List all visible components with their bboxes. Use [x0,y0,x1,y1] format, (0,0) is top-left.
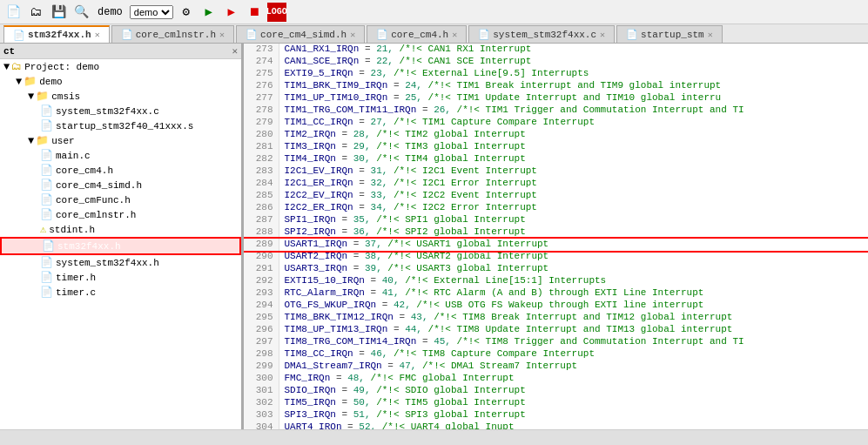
tree-label: demo [39,77,62,87]
line-number: 300 [244,373,279,385]
line-code[interactable]: TIM3_IRQn = 29, /*!< TIM3 global Interru… [279,141,868,153]
table-row: 300 FMC_IRQn = 48, /*!< FMC global Inter… [244,373,868,385]
line-number: 278 [244,105,279,117]
line-code[interactable]: SPI3_IRQn = 51, /*!< SPI3 global Interru… [279,409,868,421]
code-identifier: TIM8_CC_IRQn [285,348,353,359]
tab-core-cm4[interactable]: 📄 core_cm4.h ✕ [367,25,467,43]
line-number: 303 [244,409,279,421]
tree-item-14[interactable]: 📄timer.h [0,270,241,285]
code-identifier: TIM1_UP_TIM10_IRQn [285,92,388,103]
line-code[interactable]: SPI1_IRQn = 35, /*!< SPI1 global Interru… [279,214,868,226]
table-row: 298 TIM8_CC_IRQn = 46, /*!< TIM8 Capture… [244,348,868,361]
line-number: 288 [244,226,279,239]
tree-item-0[interactable]: ▼🗂Project: demo [0,59,241,74]
line-code[interactable]: RTC_Alarm_IRQn = 41, /*!< RTC Alarm (A a… [279,287,868,300]
line-number: 298 [244,348,279,361]
tree-item-5[interactable]: ▼📁user [0,133,241,148]
stop-icon[interactable]: ⏹ [245,3,264,22]
tab-stm32f4xx[interactable]: 📄 stm32f4xx.h ✕ [3,25,110,43]
toolbar-icon-3[interactable]: 💾 [49,3,68,22]
file-icon: 📄 [40,164,53,177]
line-code[interactable]: TIM1_CC_IRQn = 27, /*!< TIM1 Capture Com… [279,117,868,129]
file-tree[interactable]: ct ✕ ▼🗂Project: demo▼📁demo▼📁cmsis📄system… [0,44,244,429]
table-row: 285 I2C2_EV_IRQn = 33, /*!< I2C2 Event I… [244,190,868,202]
line-number: 293 [244,287,279,300]
tab-system[interactable]: 📄 system_stm32f4xx.c ✕ [468,25,615,43]
line-code[interactable]: CAN1_RX1_IRQn = 21, /*!< CAN1 RX1 Interr… [279,44,868,56]
code-scroll[interactable]: 273 CAN1_RX1_IRQn = 21, /*!< CAN1 RX1 In… [244,44,868,429]
build-icon[interactable]: ⚙ [177,3,196,22]
table-row: 295 TIM8_BRK_TIM12_IRQn = 43, /*!< TIM8 … [244,312,868,324]
tab-startup[interactable]: 📄 startup_stm ✕ [616,25,723,43]
code-identifier: EXTI15_10_IRQn [285,275,365,286]
tab-core-simd[interactable]: 📄 core_cm4_simd.h ✕ [236,25,365,43]
tree-item-10[interactable]: 📄core_cmlnstr.h [0,207,241,222]
line-code[interactable]: I2C1_EV_IRQn = 31, /*!< I2C1 Event Inter… [279,165,868,178]
line-code[interactable]: TIM8_BRK_TIM12_IRQn = 43, /*!< TIM8 Brea… [279,312,868,324]
tree-close-button[interactable]: ✕ [232,45,238,57]
line-number: 299 [244,361,279,373]
line-code[interactable]: FMC_IRQn = 48, /*!< FMC global Interrupt [279,373,868,385]
expand-arrow: ▼ [28,135,34,147]
tree-item-13[interactable]: 📄system_stm32f4xx.h [0,255,241,270]
tab-core-cmlnstr[interactable]: 📄 core_cmlnstr.h ✕ [111,25,234,43]
logo-icon: LOGO [267,3,286,22]
line-code[interactable]: TIM4_IRQn = 30, /*!< TIM4 global Interru… [279,153,868,165]
line-number: 289 [244,239,279,251]
line-code[interactable]: TIM5_IRQn = 50, /*!< TIM5 global Interru… [279,397,868,409]
line-code[interactable]: TIM1_UP_TIM10_IRQn = 25, /*!< TIM1 Updat… [279,92,868,105]
line-code[interactable]: I2C2_ER_IRQn = 34, /*!< I2C2 Error Inter… [279,202,868,214]
tree-item-9[interactable]: 📄core_cmFunc.h [0,192,241,207]
table-row: 297 TIM8_TRG_COM_TIM14_IRQn = 45, /*!< T… [244,336,868,348]
line-code[interactable]: USART2_IRQn = 38, /*!< USART2 global Int… [279,251,868,263]
line-code[interactable]: TIM8_UP_TIM13_IRQn = 44, /*!< TIM8 Updat… [279,324,868,336]
code-identifier: TIM8_BRK_TIM12_IRQn [285,312,394,322]
expand-arrow: ▼ [28,91,34,103]
line-code[interactable]: TIM8_TRG_COM_TIM14_IRQn = 45, /*!< TIM8 … [279,336,868,348]
code-identifier: RTC_Alarm_IRQn [285,287,365,298]
toolbar-icon-1[interactable]: 📄 [3,3,23,22]
run-icon[interactable]: ▶ [199,3,219,22]
line-code[interactable]: EXTI15_10_IRQn = 40, /*!< External Line[… [279,275,868,287]
tree-item-11[interactable]: ⚠stdint.h [0,222,241,237]
line-code[interactable]: DMA1_Stream7_IRQn = 47, /*!< DMA1 Stream… [279,361,868,373]
line-code[interactable]: I2C1_ER_IRQn = 32, /*!< I2C1 Error Inter… [279,178,868,190]
line-code[interactable]: USART1_IRQn = 37, /*!< USART1 global Int… [279,239,868,251]
line-code[interactable]: TIM1_TRG_COM_TIM11_IRQn = 26, /*!< TIM1 … [279,105,868,117]
table-row: 301 SDIO_IRQn = 49, /*!< SDIO global Int… [244,385,868,397]
line-code[interactable]: EXTI9_5_IRQn = 23, /*!< External Line[9.… [279,68,868,80]
line-code[interactable]: SPI2_IRQn = 36, /*!< SPI2 global Interru… [279,226,868,239]
table-row: 304 UART4_IRQn = 52, /*!< UART4 global I… [244,421,868,429]
tree-item-15[interactable]: 📄timer.c [0,285,241,300]
code-identifier: I2C1_EV_IRQn [285,165,353,176]
line-number: 286 [244,202,279,214]
toolbar-icon-2[interactable]: 🗂 [26,3,45,22]
code-panel: 273 CAN1_RX1_IRQn = 21, /*!< CAN1 RX1 In… [244,44,868,429]
line-code[interactable]: OTG_FS_WKUP_IRQn = 42, /*!< USB OTG FS W… [279,300,868,312]
line-code[interactable]: UART4_IRQn = 52, /*!< UART4 global Inupt [279,421,868,429]
tree-item-4[interactable]: 📄startup_stm32f40_41xxx.s [0,118,241,133]
table-row: 279 TIM1_CC_IRQn = 27, /*!< TIM1 Capture… [244,117,868,129]
line-code[interactable]: USART3_IRQn = 39, /*!< USART3 global Int… [279,263,868,275]
line-code[interactable]: I2C2_EV_IRQn = 33, /*!< I2C2 Event Inter… [279,190,868,202]
tree-item-6[interactable]: 📄main.c [0,148,241,163]
toolbar-icon-4[interactable]: 🔍 [71,3,91,22]
tree-item-3[interactable]: 📄system_stm32f4xx.c [0,104,241,118]
tree-item-7[interactable]: 📄core_cm4.h [0,163,241,178]
code-identifier: USART2_IRQn [285,251,348,261]
line-code[interactable]: TIM1_BRK_TIM9_IRQn = 24, /*!< TIM1 Break… [279,80,868,92]
line-code[interactable]: CAN1_SCE_IRQn = 22, /*!< CAN1 SCE Interr… [279,56,868,68]
tree-item-2[interactable]: ▼📁cmsis [0,89,241,104]
line-number: 277 [244,92,279,105]
table-row: 282 TIM4_IRQn = 30, /*!< TIM4 global Int… [244,153,868,165]
table-row: 284 I2C1_ER_IRQn = 32, /*!< I2C1 Error I… [244,178,868,190]
line-code[interactable]: TIM8_CC_IRQn = 46, /*!< TIM8 Capture Com… [279,348,868,361]
tree-item-8[interactable]: 📄core_cm4_simd.h [0,178,241,192]
line-code[interactable]: TIM2_IRQn = 28, /*!< TIM2 global Interru… [279,129,868,141]
tree-item-1[interactable]: ▼📁demo [0,74,241,89]
debug-icon[interactable]: ▶ [222,3,241,22]
project-selector[interactable]: demo [130,5,173,19]
tree-item-12[interactable]: 📄stm32f4xx.h [0,237,241,255]
tree-label: stdint.h [49,225,95,235]
line-code[interactable]: SDIO_IRQn = 49, /*!< SDIO global Interru… [279,385,868,397]
